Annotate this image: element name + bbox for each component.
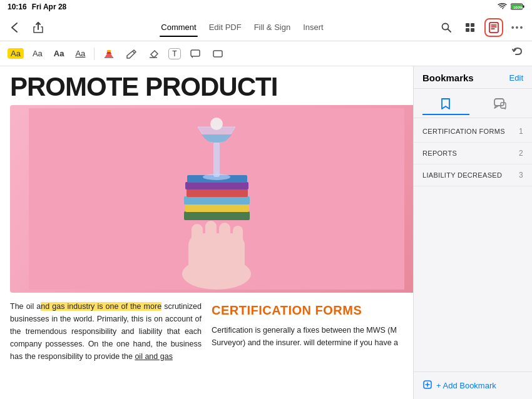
text-style-3[interactable]: Aa xyxy=(51,48,67,59)
bookmark-label-2: REPORTS xyxy=(422,149,457,157)
sidebar-title: Bookmarks xyxy=(422,73,474,83)
svg-rect-23 xyxy=(192,224,203,246)
svg-rect-30 xyxy=(187,189,248,197)
bookmark-item-1[interactable]: CERTIFICATION FORMS 1 xyxy=(414,121,532,143)
bookmark-panel-button[interactable] xyxy=(484,18,503,37)
status-date: Fri Apr 28 xyxy=(32,3,67,11)
bookmark-num-3: 3 xyxy=(519,171,523,179)
svg-rect-9 xyxy=(471,28,474,32)
tab-editpdf[interactable]: Edit PDF xyxy=(203,20,248,34)
left-text-before-highlight: The oil a xyxy=(10,302,41,311)
undo-button[interactable] xyxy=(512,46,524,61)
tab-comments[interactable] xyxy=(477,94,524,115)
svg-rect-28 xyxy=(185,204,249,212)
back-button[interactable] xyxy=(5,18,24,37)
bookmark-label-1: CERTIFICATION FORMS xyxy=(422,128,505,135)
svg-rect-24 xyxy=(205,221,217,246)
status-time: 10:16 xyxy=(8,3,27,11)
svg-rect-15 xyxy=(105,57,113,58)
status-bar: 10:16 Fri Apr 28 100% xyxy=(0,0,532,14)
svg-rect-14 xyxy=(107,50,111,52)
svg-rect-25 xyxy=(219,223,230,246)
svg-rect-29 xyxy=(184,196,250,205)
svg-line-16 xyxy=(133,51,135,53)
more-button[interactable]: ••• xyxy=(508,18,527,37)
note-tool[interactable] xyxy=(187,48,203,60)
highlight-tool[interactable] xyxy=(101,48,117,60)
shape-tool[interactable] xyxy=(210,48,226,60)
highlighted-text: nd gas industry is one of the more xyxy=(41,302,161,311)
tab-fillsign[interactable]: Fill & Sign xyxy=(248,20,297,34)
tab-bookmarks[interactable] xyxy=(422,94,469,115)
cert-title: CERTIFICATION FORMS xyxy=(212,300,403,320)
eraser-tool[interactable] xyxy=(146,48,162,60)
pen-tool[interactable] xyxy=(123,48,140,60)
svg-text:100%: 100% xyxy=(513,6,523,9)
svg-rect-31 xyxy=(185,182,248,189)
bookmark-item-3[interactable]: LIABILITY DECREASED 3 xyxy=(414,164,532,186)
svg-rect-18 xyxy=(191,50,200,56)
right-text: Certification is generally a fixes betwe… xyxy=(212,324,403,349)
bookmark-item-2[interactable]: REPORTS 2 xyxy=(414,143,532,164)
svg-rect-33 xyxy=(213,143,220,177)
svg-rect-19 xyxy=(213,51,222,57)
separator-1 xyxy=(94,48,95,60)
add-bookmark-label: + Add Bookmark xyxy=(436,381,496,390)
tab-insert[interactable]: Insert xyxy=(297,20,330,34)
text-box-tool[interactable]: T xyxy=(168,48,180,59)
page-title: PROMOTE PRODUCTI xyxy=(10,74,403,100)
svg-point-34 xyxy=(203,174,230,180)
bookmark-num-1: 1 xyxy=(519,127,523,136)
pdf-area: PROMOTE PRODUCTI xyxy=(0,66,413,399)
illustration-svg xyxy=(29,108,404,290)
main-layout: PROMOTE PRODUCTI xyxy=(0,66,532,399)
left-text-after: scrutinized businesses in the world. Pri… xyxy=(10,302,202,361)
page-header: PROMOTE PRODUCTI xyxy=(0,66,413,105)
add-bookmark-button[interactable]: + Add Bookmark xyxy=(414,371,532,399)
svg-line-5 xyxy=(448,29,451,32)
wifi-icon xyxy=(498,3,507,11)
main-toolbar: Comment Edit PDF Fill & Sign Insert xyxy=(0,14,532,41)
svg-rect-26 xyxy=(233,226,243,246)
svg-rect-10 xyxy=(489,23,498,33)
sidebar-header: Bookmarks Edit xyxy=(414,66,532,89)
battery-icon: 100% xyxy=(511,3,524,11)
svg-rect-8 xyxy=(466,28,469,32)
tab-comment[interactable]: Comment xyxy=(155,20,202,34)
grid-button[interactable] xyxy=(461,18,479,37)
svg-rect-1 xyxy=(523,5,524,8)
sidebar-tabs xyxy=(414,89,532,118)
svg-rect-7 xyxy=(471,23,474,27)
sidebar: Bookmarks Edit CERTIFICATION xyxy=(413,66,532,399)
svg-point-35 xyxy=(210,118,223,130)
pdf-content: PROMOTE PRODUCTI xyxy=(0,66,413,399)
add-bookmark-icon xyxy=(422,380,432,391)
text-style-4[interactable]: Aa xyxy=(73,48,88,59)
sidebar-edit-button[interactable]: Edit xyxy=(509,73,523,83)
share-button[interactable] xyxy=(29,18,48,37)
annotation-toolbar: Aa Aa Aa Aa T xyxy=(0,41,532,66)
page-columns: The oil and gas industry is one of the m… xyxy=(0,293,413,370)
left-column: The oil and gas industry is one of the m… xyxy=(10,300,202,363)
bookmark-num-2: 2 xyxy=(519,149,523,158)
right-column: CERTIFICATION FORMS Certification is gen… xyxy=(212,300,403,363)
bookmark-label-3: LIABILITY DECREASED xyxy=(422,171,502,179)
page-image xyxy=(10,105,413,293)
bookmark-list: CERTIFICATION FORMS 1 REPORTS 2 LIABILIT… xyxy=(414,118,532,371)
svg-rect-27 xyxy=(184,211,250,220)
svg-rect-6 xyxy=(466,23,469,27)
text-style-1[interactable]: Aa xyxy=(8,48,24,59)
text-style-2[interactable]: Aa xyxy=(30,48,45,59)
search-button[interactable] xyxy=(437,18,456,37)
